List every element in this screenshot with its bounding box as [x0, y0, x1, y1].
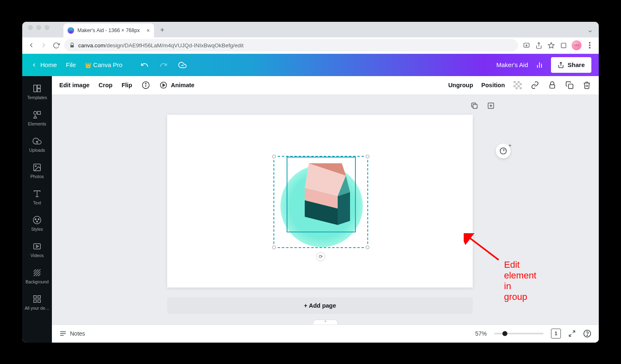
traffic-light-zoom[interactable] [44, 25, 49, 30]
element-options-bar: Edit image Crop Flip Animate Ungroup Pos… [52, 76, 599, 95]
tabstrip-menu-icon[interactable] [587, 28, 593, 34]
svg-point-27 [37, 221, 38, 222]
templates-icon [33, 84, 42, 93]
sidebar-item-videos[interactable]: Videos [22, 237, 52, 263]
traffic-light-close[interactable] [28, 25, 33, 30]
position-button[interactable]: Position [481, 82, 505, 88]
crop-button[interactable]: Crop [98, 82, 112, 88]
box-image-element[interactable] [292, 159, 353, 229]
svg-rect-46 [518, 81, 520, 83]
redo-icon[interactable] [159, 61, 168, 69]
home-button[interactable]: Home [31, 61, 57, 68]
duplicate-page-icon[interactable] [470, 102, 479, 110]
annotation-text: Edit element in group [504, 260, 536, 302]
svg-point-8 [589, 47, 591, 49]
resize-handle-bl[interactable] [272, 246, 276, 249]
add-page-icon[interactable] [487, 102, 495, 110]
pages-panel-toggle[interactable]: ^ [313, 320, 338, 325]
share-url-icon[interactable] [535, 41, 543, 49]
page-tools [470, 102, 495, 110]
notes-icon [59, 330, 67, 337]
project-name[interactable]: Maker's Aid [496, 61, 528, 68]
zoom-level[interactable]: 57% [475, 330, 487, 337]
svg-rect-0 [70, 45, 74, 47]
design-page[interactable]: ⟳ Edit element in group [167, 115, 473, 287]
svg-point-25 [35, 219, 36, 220]
link-icon[interactable] [530, 81, 539, 90]
undo-icon[interactable] [140, 61, 149, 69]
sidebar-item-uploads[interactable]: Uploads [22, 132, 52, 158]
duplicate-icon[interactable] [565, 81, 574, 90]
svg-rect-48 [520, 83, 522, 85]
back-icon[interactable] [27, 41, 35, 49]
bookmark-icon[interactable] [547, 41, 555, 49]
transparency-icon[interactable] [513, 81, 522, 90]
extensions-icon[interactable] [559, 41, 567, 49]
share-button[interactable]: Share [551, 57, 591, 73]
svg-marker-63 [338, 192, 350, 225]
forward-icon[interactable] [40, 41, 48, 49]
new-tab-button[interactable]: + [156, 25, 168, 36]
browser-kebab-icon[interactable] [586, 41, 594, 49]
flip-button[interactable]: Flip [121, 82, 132, 88]
zoom-slider[interactable] [494, 333, 544, 334]
browser-tab[interactable]: Maker's Aid - 1366 × 768px × [63, 23, 154, 37]
tab-title: Maker's Aid - 1366 × 768px [77, 28, 140, 33]
edit-image-button[interactable]: Edit image [59, 82, 89, 88]
add-page-button[interactable]: + Add page [167, 297, 473, 314]
annotation-arrow [464, 233, 501, 262]
resize-handle-tr[interactable] [366, 155, 369, 158]
sidebar-item-photos[interactable]: Photos [22, 158, 52, 184]
file-menu[interactable]: File [66, 61, 76, 68]
sidebar-item-background[interactable]: Background [22, 264, 52, 289]
resize-handle-tl[interactable] [272, 155, 276, 158]
lock-icon[interactable] [548, 81, 557, 90]
sidebar-item-all-designs[interactable]: All your de… [22, 290, 52, 315]
svg-rect-54 [569, 84, 573, 89]
main-area: Edit image Crop Flip Animate Ungroup Pos… [52, 76, 599, 343]
close-tab-icon[interactable]: × [147, 27, 150, 34]
page-indicator[interactable]: 1 [551, 329, 561, 338]
help-icon[interactable] [583, 329, 591, 338]
sidebar-item-styles[interactable]: Styles [22, 211, 52, 236]
show-rulers-button[interactable]: + [496, 144, 511, 158]
svg-rect-49 [514, 85, 516, 87]
svg-rect-13 [34, 85, 37, 92]
svg-rect-36 [38, 296, 40, 298]
svg-rect-28 [34, 244, 41, 249]
reload-icon[interactable] [52, 41, 60, 49]
insights-icon[interactable] [535, 61, 544, 69]
sidebar: Templates Elements Uploads Photos Text S… [22, 76, 52, 343]
rotate-handle[interactable]: ⟳ [316, 252, 325, 261]
sidebar-item-templates[interactable]: Templates [22, 79, 52, 105]
notes-button[interactable]: Notes [59, 330, 85, 337]
profile-avatar[interactable]: 👓 [572, 40, 581, 50]
canvas-viewport[interactable]: ⟳ Edit element in group + + Add page ^ [52, 95, 599, 325]
svg-point-21 [35, 165, 36, 167]
sidebar-item-text[interactable]: Text [22, 185, 52, 210]
svg-rect-17 [37, 111, 40, 114]
svg-marker-4 [548, 42, 554, 48]
install-app-icon[interactable] [522, 41, 530, 49]
svg-point-16 [34, 111, 37, 114]
resize-handle-br[interactable] [366, 246, 369, 249]
animate-button[interactable]: Animate [159, 81, 194, 89]
ungroup-button[interactable]: Ungroup [448, 82, 473, 88]
footer-bar: Notes 57% 1 [52, 325, 599, 343]
fullscreen-icon[interactable] [568, 330, 576, 337]
svg-rect-15 [37, 89, 40, 92]
svg-point-41 [145, 83, 146, 84]
svg-point-26 [38, 219, 39, 220]
sidebar-item-elements[interactable]: Elements [22, 106, 52, 131]
traffic-light-minimize[interactable] [36, 25, 41, 30]
svg-marker-18 [34, 116, 37, 118]
group-selection-box[interactable]: ⟳ [273, 156, 368, 248]
info-icon[interactable] [141, 81, 150, 90]
svg-marker-43 [163, 84, 165, 87]
cloud-sync-icon[interactable] [178, 61, 187, 69]
address-bar[interactable]: canva.com/design/DAE9fH56LaM/m4qVUJQd-IN… [64, 39, 518, 51]
lock-icon [69, 42, 75, 48]
all-designs-icon [33, 294, 42, 304]
delete-icon[interactable] [582, 81, 591, 90]
canva-pro-button[interactable]: 👑 Canva Pro [85, 61, 122, 68]
